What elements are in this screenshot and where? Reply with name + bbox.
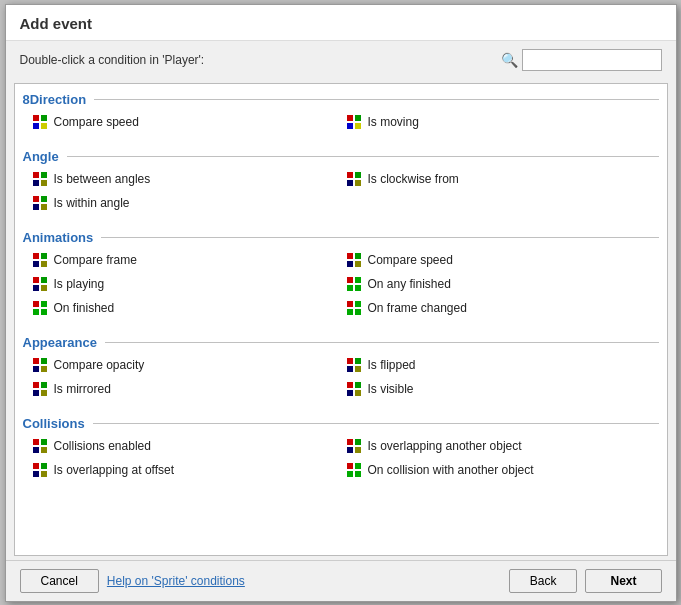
svg-rect-71: [41, 471, 47, 477]
conditions-list[interactable]: 8DirectionCompare speedIs movingAngleIs …: [14, 83, 668, 556]
condition-item[interactable]: Is overlapping another object: [341, 435, 655, 457]
svg-rect-24: [347, 253, 353, 259]
svg-rect-10: [33, 180, 39, 186]
svg-rect-25: [355, 253, 361, 259]
svg-rect-13: [355, 172, 361, 178]
condition-item[interactable]: Is clockwise from: [341, 168, 655, 190]
category-divider: [101, 237, 658, 238]
condition-label: Is within angle: [54, 196, 130, 210]
category-label: Appearance: [23, 335, 97, 350]
search-input[interactable]: [522, 49, 662, 71]
svg-rect-35: [355, 285, 361, 291]
condition-label: Is overlapping at offset: [54, 463, 175, 477]
next-button[interactable]: Next: [585, 569, 661, 593]
condition-item[interactable]: Is moving: [341, 111, 655, 133]
condition-icon: [345, 275, 363, 293]
svg-rect-38: [33, 309, 39, 315]
svg-rect-28: [33, 277, 39, 283]
svg-rect-0: [33, 115, 39, 121]
svg-rect-50: [347, 366, 353, 372]
svg-rect-73: [355, 463, 361, 469]
category-section-collisions: CollisionsCollisions enabledIs overlappi…: [15, 412, 667, 485]
svg-rect-23: [41, 261, 47, 267]
category-label: Animations: [23, 230, 94, 245]
condition-item[interactable]: Is mirrored: [27, 378, 341, 400]
svg-rect-27: [355, 261, 361, 267]
svg-rect-36: [33, 301, 39, 307]
svg-rect-72: [347, 463, 353, 469]
add-event-dialog: Add event Double-click a condition in 'P…: [5, 4, 677, 602]
category-section-animations: AnimationsCompare frameCompare speedIs p…: [15, 226, 667, 323]
svg-rect-54: [33, 390, 39, 396]
condition-item[interactable]: Is playing: [27, 273, 341, 295]
condition-item[interactable]: Is visible: [341, 378, 655, 400]
svg-rect-46: [33, 366, 39, 372]
cancel-button[interactable]: Cancel: [20, 569, 99, 593]
svg-rect-12: [347, 172, 353, 178]
back-button[interactable]: Back: [509, 569, 578, 593]
category-label: Collisions: [23, 416, 85, 431]
svg-rect-6: [347, 123, 353, 129]
svg-rect-69: [41, 463, 47, 469]
dialog-footer: Cancel Help on 'Sprite' conditions Back …: [6, 560, 676, 601]
svg-rect-22: [33, 261, 39, 267]
condition-item[interactable]: Compare opacity: [27, 354, 341, 376]
condition-icon: [345, 380, 363, 398]
svg-rect-58: [347, 390, 353, 396]
svg-rect-45: [41, 358, 47, 364]
svg-rect-8: [33, 172, 39, 178]
condition-label: On any finished: [368, 277, 451, 291]
condition-item[interactable]: Is overlapping at offset: [27, 459, 341, 481]
svg-rect-29: [41, 277, 47, 283]
condition-icon: [31, 356, 49, 374]
subtitle-text: Double-click a condition in 'Player':: [20, 53, 205, 67]
svg-rect-21: [41, 253, 47, 259]
condition-label: On finished: [54, 301, 115, 315]
svg-rect-7: [355, 123, 361, 129]
svg-rect-41: [355, 301, 361, 307]
condition-item[interactable]: On any finished: [341, 273, 655, 295]
condition-item[interactable]: On collision with another object: [341, 459, 655, 481]
condition-icon: [31, 380, 49, 398]
svg-rect-18: [33, 204, 39, 210]
help-link[interactable]: Help on 'Sprite' conditions: [107, 574, 245, 588]
condition-label: Compare speed: [368, 253, 453, 267]
condition-item[interactable]: On finished: [27, 297, 341, 319]
svg-rect-3: [41, 123, 47, 129]
condition-label: Compare opacity: [54, 358, 145, 372]
svg-rect-75: [355, 471, 361, 477]
category-divider: [105, 342, 659, 343]
condition-item[interactable]: Collisions enabled: [27, 435, 341, 457]
condition-label: Collisions enabled: [54, 439, 151, 453]
condition-label: Is visible: [368, 382, 414, 396]
svg-rect-56: [347, 382, 353, 388]
condition-label: Is playing: [54, 277, 105, 291]
condition-label: On collision with another object: [368, 463, 534, 477]
svg-rect-9: [41, 172, 47, 178]
svg-rect-17: [41, 196, 47, 202]
svg-rect-14: [347, 180, 353, 186]
svg-rect-57: [355, 382, 361, 388]
condition-item[interactable]: Compare frame: [27, 249, 341, 271]
svg-rect-20: [33, 253, 39, 259]
footer-right: Back Next: [509, 569, 662, 593]
condition-item[interactable]: Is flipped: [341, 354, 655, 376]
svg-rect-42: [347, 309, 353, 315]
condition-icon: [345, 113, 363, 131]
svg-rect-74: [347, 471, 353, 477]
condition-item[interactable]: Compare speed: [27, 111, 341, 133]
condition-item[interactable]: Is within angle: [27, 192, 341, 214]
condition-icon: [345, 251, 363, 269]
svg-rect-26: [347, 261, 353, 267]
svg-rect-62: [33, 447, 39, 453]
condition-icon: [31, 113, 49, 131]
condition-item[interactable]: On frame changed: [341, 297, 655, 319]
condition-icon: [31, 251, 49, 269]
category-label: 8Direction: [23, 92, 87, 107]
svg-rect-19: [41, 204, 47, 210]
condition-item[interactable]: Compare speed: [341, 249, 655, 271]
svg-rect-67: [355, 447, 361, 453]
condition-item[interactable]: Is between angles: [27, 168, 341, 190]
svg-rect-31: [41, 285, 47, 291]
condition-label: Compare speed: [54, 115, 139, 129]
